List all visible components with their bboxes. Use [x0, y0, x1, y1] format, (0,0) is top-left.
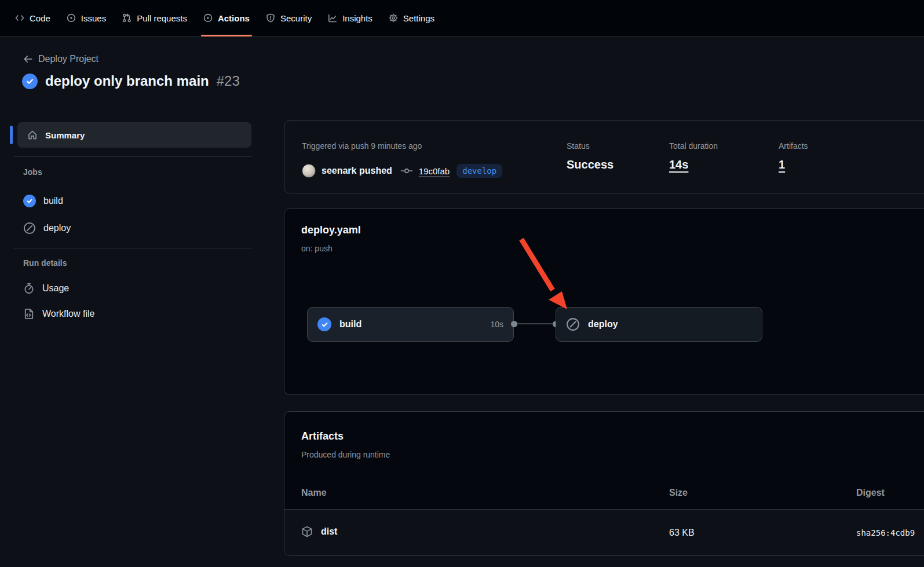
- sidebar-divider: [14, 248, 251, 248]
- skipped-icon: [23, 222, 36, 235]
- artifacts-count-column: Artifacts 1: [779, 141, 808, 171]
- actor-pushed-text: seenark pushed: [322, 166, 392, 176]
- tab-actions[interactable]: Actions: [195, 0, 258, 36]
- tab-insights[interactable]: Insights: [320, 0, 381, 36]
- stopwatch-icon: [23, 283, 35, 294]
- run-number: #23: [217, 73, 240, 89]
- sidebar-item-label: Summary: [45, 130, 85, 140]
- sidebar-item-workflow-file[interactable]: Workflow file: [23, 308, 94, 320]
- home-icon: [27, 130, 38, 140]
- actor-avatar[interactable]: [302, 164, 316, 178]
- workflow-name: Deploy Project: [38, 54, 98, 64]
- workflow-trigger: on: push: [301, 244, 333, 253]
- arrow-left-icon: [23, 54, 33, 64]
- artifact-table-row: dist 63 KB sha256:4cdb9: [284, 509, 924, 555]
- node-duration: 10s: [490, 320, 503, 329]
- repo-nav: Code Issues Pull requests Actions Securi…: [0, 0, 924, 36]
- artifacts-title: Artifacts: [301, 430, 344, 442]
- sidebar-item-label: Workflow file: [42, 309, 94, 319]
- success-check-icon: [317, 317, 331, 331]
- sidebar-divider: [14, 156, 251, 157]
- run-success-check-icon: [22, 74, 38, 89]
- tab-label: Settings: [403, 13, 434, 23]
- tab-settings[interactable]: Settings: [381, 0, 443, 36]
- back-to-workflow-link[interactable]: Deploy Project: [23, 54, 98, 64]
- graph-node-deploy[interactable]: deploy: [556, 307, 762, 342]
- column-header-name: Name: [301, 488, 327, 498]
- run-title-row: deploy only branch main #23: [22, 73, 240, 89]
- tab-label: Security: [280, 13, 312, 23]
- tab-label: Actions: [218, 13, 250, 23]
- artifact-name: dist: [321, 526, 337, 537]
- tab-label: Pull requests: [137, 13, 187, 23]
- workflow-graph-card: deploy.yaml on: push build 10s deploy: [284, 208, 924, 395]
- sidebar-item-summary[interactable]: Summary: [17, 122, 251, 148]
- trigger-text: Triggered via push 9 minutes ago: [302, 141, 422, 151]
- tab-code[interactable]: Code: [7, 0, 59, 36]
- commit-sha-link[interactable]: 19c0fab: [419, 166, 450, 176]
- node-label: deploy: [588, 319, 618, 330]
- selected-item-accent-bar: [10, 126, 13, 144]
- tab-issues[interactable]: Issues: [59, 0, 114, 36]
- tab-pull-requests[interactable]: Pull requests: [114, 0, 195, 36]
- play-circle-icon: [203, 13, 213, 23]
- duration-value-link[interactable]: 14s: [669, 158, 718, 171]
- graph-connector-line: [514, 323, 556, 324]
- column-header-size: Size: [669, 488, 688, 498]
- status-label: Status: [567, 141, 613, 151]
- artifacts-label: Artifacts: [779, 141, 808, 151]
- file-code-icon: [23, 308, 35, 320]
- issue-icon: [67, 13, 76, 23]
- tab-label: Code: [30, 13, 50, 23]
- status-value: Success: [567, 158, 613, 171]
- sidebar-job-deploy[interactable]: deploy: [23, 222, 71, 235]
- sidebar-job-build[interactable]: build: [23, 195, 63, 207]
- tab-label: Issues: [81, 13, 106, 23]
- artifact-digest-cell: sha256:4cdb9: [856, 528, 915, 537]
- job-label: build: [43, 196, 63, 206]
- package-icon: [301, 526, 313, 537]
- artifacts-subtitle: Produced during runtime: [301, 450, 390, 459]
- success-check-icon: [23, 195, 36, 207]
- jobs-heading: Jobs: [23, 167, 42, 177]
- artifact-name-cell[interactable]: dist: [301, 526, 337, 537]
- trigger-detail-row: seenark pushed 19c0fab develop: [302, 164, 502, 178]
- sidebar-item-label: Usage: [42, 283, 69, 294]
- gear-icon: [389, 13, 398, 23]
- run-title: deploy only branch main: [45, 73, 209, 89]
- job-label: deploy: [43, 223, 71, 233]
- shield-icon: [266, 13, 275, 23]
- tab-label: Insights: [342, 13, 372, 23]
- run-summary-card: Triggered via push 9 minutes ago seenark…: [284, 120, 924, 193]
- graph-icon: [328, 13, 337, 23]
- sidebar-item-usage[interactable]: Usage: [23, 283, 69, 294]
- pull-request-icon: [122, 13, 132, 23]
- branch-label[interactable]: develop: [456, 164, 502, 178]
- workflow-file-name: deploy.yaml: [301, 224, 361, 236]
- graph-connector-dot: [511, 321, 517, 327]
- git-commit-icon: [400, 166, 413, 175]
- artifacts-count-link[interactable]: 1: [779, 158, 808, 171]
- tab-security[interactable]: Security: [258, 0, 320, 36]
- status-column: Status Success: [567, 141, 613, 171]
- skipped-icon: [566, 317, 580, 331]
- graph-node-build[interactable]: build 10s: [307, 307, 514, 342]
- code-icon: [15, 13, 24, 23]
- duration-column: Total duration 14s: [669, 141, 718, 171]
- duration-label: Total duration: [669, 141, 718, 151]
- run-details-heading: Run details: [23, 258, 67, 268]
- artifacts-card: Artifacts Produced during runtime Name S…: [284, 411, 924, 556]
- column-header-digest: Digest: [856, 488, 885, 498]
- node-label: build: [339, 319, 361, 330]
- artifact-size-cell: 63 KB: [669, 528, 695, 538]
